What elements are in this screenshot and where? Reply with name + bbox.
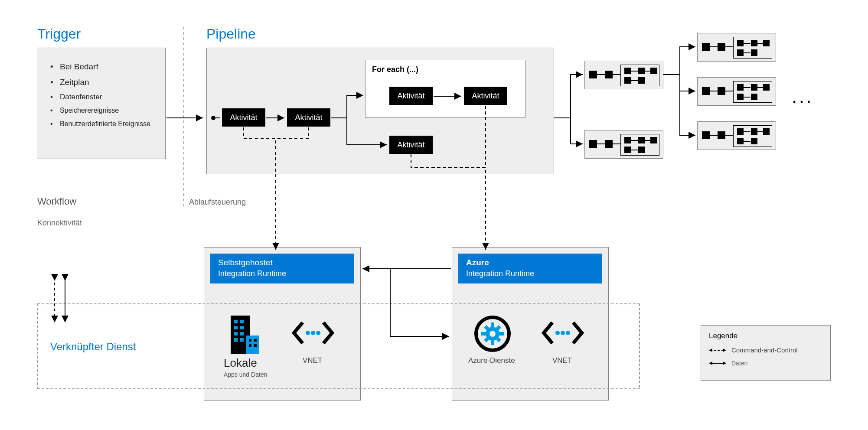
trigger-item: Datenfenster — [50, 90, 157, 104]
pipeline-title: Pipeline — [206, 26, 256, 42]
flowcontrol-label: Ablaufsteuerung — [189, 198, 246, 207]
selfhosted-line1: Selbstgehostet — [218, 258, 346, 267]
mini-pipeline — [697, 77, 776, 106]
workflow-label: Workflow — [37, 196, 76, 207]
selfhosted-runtime-header: Selbstgehostet Integration Runtime — [210, 254, 354, 283]
activity-box: Aktivität — [287, 108, 330, 127]
trigger-title: Trigger — [37, 26, 81, 42]
svg-marker-37 — [709, 362, 712, 365]
legend-text: Command-and-Control — [731, 346, 798, 354]
foreach-label: For each (...) — [372, 65, 418, 74]
trigger-item: Zeitplan — [50, 75, 157, 90]
selfhosted-line2: Integration Runtime — [218, 269, 346, 278]
mini-pipeline — [584, 61, 663, 89]
connectivity-label: Konnektivität — [37, 218, 82, 228]
bidir-arrows-icon — [48, 272, 74, 324]
activity-box: Aktivität — [222, 108, 265, 127]
legend-row: Command-and-Control — [709, 346, 822, 354]
trigger-box: Bei Bedarf Zeitplan Datenfenster Speiche… — [37, 48, 166, 159]
azure-line2: Integration Runtime — [466, 269, 594, 278]
linked-service-right-edge — [639, 303, 640, 388]
trigger-list: Bei Bedarf Zeitplan Datenfenster Speiche… — [37, 48, 165, 130]
solid-arrow-icon — [709, 361, 726, 366]
svg-marker-38 — [723, 362, 726, 365]
mini-pipeline — [584, 130, 663, 159]
ellipsis: . . . — [793, 91, 811, 106]
legend-text: Daten — [731, 360, 747, 367]
activity-box: Aktivität — [464, 87, 507, 105]
azure-runtime-header: Azure Integration Runtime — [458, 254, 602, 283]
activity-box: Aktivität — [389, 87, 433, 105]
azure-line1: Azure — [466, 258, 594, 267]
trigger-item: Bei Bedarf — [50, 59, 157, 75]
linked-service-title: Verknüpfter Dienst — [50, 341, 136, 353]
mini-pipeline — [697, 121, 776, 150]
trigger-item: Benutzerdefinierte Ereignisse — [50, 117, 157, 130]
legend-box: Legende Command-and-Control Daten — [701, 325, 831, 381]
legend-title: Legende — [709, 332, 822, 340]
svg-marker-35 — [723, 349, 726, 352]
svg-marker-34 — [709, 349, 712, 352]
mini-pipeline — [697, 33, 776, 62]
activity-box: Aktivität — [389, 136, 433, 154]
dashed-arrow-icon — [709, 348, 726, 353]
trigger-item: Speicherereignisse — [50, 104, 157, 117]
legend-row: Daten — [709, 360, 822, 367]
